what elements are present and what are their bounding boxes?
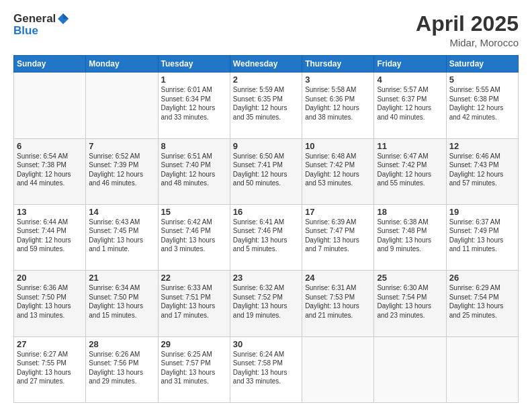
day-number: 1 bbox=[161, 75, 227, 85]
day-info: Sunrise: 6:31 AM Sunset: 7:53 PM Dayligh… bbox=[305, 283, 371, 320]
weekday-header-tuesday: Tuesday bbox=[158, 56, 230, 73]
day-number: 10 bbox=[305, 141, 371, 151]
calendar-cell: 16Sunrise: 6:41 AM Sunset: 7:46 PM Dayli… bbox=[230, 204, 302, 270]
logo-general-text: General bbox=[13, 12, 56, 26]
day-number: 15 bbox=[161, 207, 227, 217]
day-number: 3 bbox=[305, 75, 371, 85]
calendar-week-row: 6Sunrise: 6:54 AM Sunset: 7:38 PM Daylig… bbox=[14, 138, 519, 204]
calendar-cell: 17Sunrise: 6:39 AM Sunset: 7:47 PM Dayli… bbox=[302, 204, 374, 270]
calendar-cell: 23Sunrise: 6:32 AM Sunset: 7:52 PM Dayli… bbox=[230, 271, 302, 336]
day-info: Sunrise: 6:25 AM Sunset: 7:57 PM Dayligh… bbox=[161, 350, 227, 386]
calendar-cell bbox=[302, 336, 374, 402]
day-number: 22 bbox=[161, 273, 227, 283]
calendar-cell: 27Sunrise: 6:27 AM Sunset: 7:55 PM Dayli… bbox=[14, 336, 86, 402]
day-info: Sunrise: 5:57 AM Sunset: 6:37 PM Dayligh… bbox=[377, 85, 443, 122]
day-info: Sunrise: 6:32 AM Sunset: 7:52 PM Dayligh… bbox=[233, 283, 299, 320]
calendar-cell: 24Sunrise: 6:31 AM Sunset: 7:53 PM Dayli… bbox=[302, 271, 374, 336]
calendar-cell: 13Sunrise: 6:44 AM Sunset: 7:44 PM Dayli… bbox=[14, 204, 86, 270]
day-number: 19 bbox=[449, 207, 515, 217]
day-number: 17 bbox=[305, 207, 371, 217]
day-number: 12 bbox=[449, 141, 515, 151]
calendar-week-row: 1Sunrise: 6:01 AM Sunset: 6:34 PM Daylig… bbox=[14, 73, 519, 138]
calendar-cell: 4Sunrise: 5:57 AM Sunset: 6:37 PM Daylig… bbox=[374, 73, 446, 138]
weekday-header-row: SundayMondayTuesdayWednesdayThursdayFrid… bbox=[14, 56, 519, 73]
day-info: Sunrise: 6:47 AM Sunset: 7:42 PM Dayligh… bbox=[377, 152, 443, 188]
calendar-cell: 6Sunrise: 6:54 AM Sunset: 7:38 PM Daylig… bbox=[14, 138, 86, 204]
calendar-cell: 25Sunrise: 6:30 AM Sunset: 7:54 PM Dayli… bbox=[374, 271, 446, 336]
day-info: Sunrise: 6:34 AM Sunset: 7:50 PM Dayligh… bbox=[89, 283, 154, 320]
day-number: 11 bbox=[377, 141, 443, 151]
day-info: Sunrise: 6:30 AM Sunset: 7:54 PM Dayligh… bbox=[377, 283, 443, 320]
logo-blue-text: Blue bbox=[13, 24, 70, 38]
day-number: 2 bbox=[233, 75, 299, 85]
day-number: 8 bbox=[161, 141, 227, 151]
calendar-cell bbox=[374, 336, 446, 402]
day-number: 13 bbox=[17, 207, 83, 217]
day-number: 14 bbox=[89, 207, 154, 217]
day-info: Sunrise: 6:38 AM Sunset: 7:48 PM Dayligh… bbox=[377, 218, 443, 254]
calendar-cell: 30Sunrise: 6:24 AM Sunset: 7:58 PM Dayli… bbox=[230, 336, 302, 402]
calendar-cell bbox=[86, 73, 158, 138]
weekday-header-sunday: Sunday bbox=[14, 56, 86, 73]
calendar-cell: 1Sunrise: 6:01 AM Sunset: 6:34 PM Daylig… bbox=[158, 73, 230, 138]
calendar-table: SundayMondayTuesdayWednesdayThursdayFrid… bbox=[13, 55, 519, 403]
calendar-cell: 7Sunrise: 6:52 AM Sunset: 7:39 PM Daylig… bbox=[86, 138, 158, 204]
day-number: 9 bbox=[233, 141, 299, 151]
calendar-cell: 26Sunrise: 6:29 AM Sunset: 7:54 PM Dayli… bbox=[446, 271, 518, 336]
day-number: 16 bbox=[233, 207, 299, 217]
day-number: 4 bbox=[377, 75, 443, 85]
calendar-cell: 11Sunrise: 6:47 AM Sunset: 7:42 PM Dayli… bbox=[374, 138, 446, 204]
calendar-cell bbox=[14, 73, 86, 138]
calendar-cell: 29Sunrise: 6:25 AM Sunset: 7:57 PM Dayli… bbox=[158, 336, 230, 402]
calendar-cell: 8Sunrise: 6:51 AM Sunset: 7:40 PM Daylig… bbox=[158, 138, 230, 204]
day-info: Sunrise: 6:37 AM Sunset: 7:49 PM Dayligh… bbox=[449, 218, 515, 254]
day-info: Sunrise: 6:41 AM Sunset: 7:46 PM Dayligh… bbox=[233, 218, 299, 254]
day-number: 29 bbox=[161, 339, 227, 349]
day-number: 23 bbox=[233, 273, 299, 283]
day-number: 21 bbox=[89, 273, 154, 283]
day-number: 7 bbox=[89, 141, 154, 151]
day-number: 26 bbox=[449, 273, 515, 283]
calendar-cell bbox=[446, 336, 518, 402]
weekday-header-monday: Monday bbox=[86, 56, 158, 73]
day-number: 25 bbox=[377, 273, 443, 283]
day-info: Sunrise: 5:58 AM Sunset: 6:36 PM Dayligh… bbox=[305, 85, 371, 122]
day-info: Sunrise: 6:24 AM Sunset: 7:58 PM Dayligh… bbox=[233, 350, 299, 386]
calendar-cell: 22Sunrise: 6:33 AM Sunset: 7:51 PM Dayli… bbox=[158, 271, 230, 336]
calendar-cell: 18Sunrise: 6:38 AM Sunset: 7:48 PM Dayli… bbox=[374, 204, 446, 270]
day-info: Sunrise: 6:36 AM Sunset: 7:50 PM Dayligh… bbox=[17, 283, 83, 320]
calendar-cell: 5Sunrise: 5:55 AM Sunset: 6:38 PM Daylig… bbox=[446, 73, 518, 138]
day-number: 20 bbox=[17, 273, 83, 283]
page: General Blue April 2025 Midar, Morocco S… bbox=[0, 0, 532, 411]
day-info: Sunrise: 6:52 AM Sunset: 7:39 PM Dayligh… bbox=[89, 152, 154, 188]
calendar-cell: 20Sunrise: 6:36 AM Sunset: 7:50 PM Dayli… bbox=[14, 271, 86, 336]
calendar-cell: 3Sunrise: 5:58 AM Sunset: 6:36 PM Daylig… bbox=[302, 73, 374, 138]
day-info: Sunrise: 6:01 AM Sunset: 6:34 PM Dayligh… bbox=[161, 85, 227, 122]
weekday-header-thursday: Thursday bbox=[302, 56, 374, 73]
weekday-header-wednesday: Wednesday bbox=[230, 56, 302, 73]
calendar-week-row: 13Sunrise: 6:44 AM Sunset: 7:44 PM Dayli… bbox=[14, 204, 519, 270]
day-info: Sunrise: 6:29 AM Sunset: 7:54 PM Dayligh… bbox=[449, 283, 515, 320]
calendar-cell: 28Sunrise: 6:26 AM Sunset: 7:56 PM Dayli… bbox=[86, 336, 158, 402]
calendar-cell: 10Sunrise: 6:48 AM Sunset: 7:42 PM Dayli… bbox=[302, 138, 374, 204]
svg-marker-1 bbox=[63, 13, 69, 19]
header: General Blue April 2025 Midar, Morocco bbox=[13, 12, 519, 48]
calendar-week-row: 27Sunrise: 6:27 AM Sunset: 7:55 PM Dayli… bbox=[14, 336, 519, 402]
day-info: Sunrise: 6:27 AM Sunset: 7:55 PM Dayligh… bbox=[17, 350, 83, 386]
day-number: 28 bbox=[89, 339, 154, 349]
weekday-header-saturday: Saturday bbox=[446, 56, 518, 73]
day-info: Sunrise: 6:43 AM Sunset: 7:45 PM Dayligh… bbox=[89, 218, 154, 254]
day-info: Sunrise: 6:46 AM Sunset: 7:43 PM Dayligh… bbox=[449, 152, 515, 188]
day-info: Sunrise: 6:42 AM Sunset: 7:46 PM Dayligh… bbox=[161, 218, 227, 254]
calendar-cell: 15Sunrise: 6:42 AM Sunset: 7:46 PM Dayli… bbox=[158, 204, 230, 270]
title-block: April 2025 Midar, Morocco bbox=[416, 12, 519, 48]
month-title: April 2025 bbox=[416, 12, 519, 36]
day-info: Sunrise: 6:50 AM Sunset: 7:41 PM Dayligh… bbox=[233, 152, 299, 188]
day-number: 30 bbox=[233, 339, 299, 349]
calendar-cell: 21Sunrise: 6:34 AM Sunset: 7:50 PM Dayli… bbox=[86, 271, 158, 336]
day-number: 27 bbox=[17, 339, 83, 349]
calendar-cell: 12Sunrise: 6:46 AM Sunset: 7:43 PM Dayli… bbox=[446, 138, 518, 204]
weekday-header-friday: Friday bbox=[374, 56, 446, 73]
day-info: Sunrise: 6:51 AM Sunset: 7:40 PM Dayligh… bbox=[161, 152, 227, 188]
day-number: 6 bbox=[17, 141, 83, 151]
